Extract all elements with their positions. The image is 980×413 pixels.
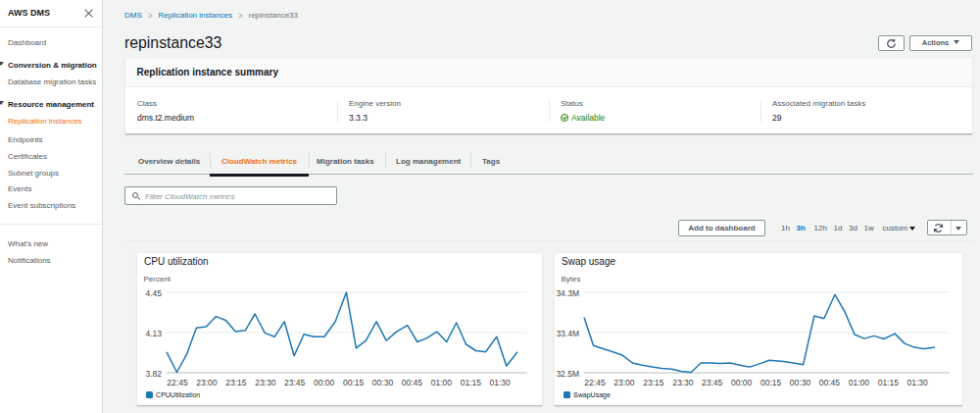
svg-text:00:00: 00:00 (314, 377, 335, 387)
svg-text:00:30: 00:30 (790, 377, 811, 387)
svg-text:00:15: 00:15 (760, 377, 782, 387)
svg-text:01:15: 01:15 (461, 377, 482, 387)
svg-text:34.3M: 34.3M (556, 288, 579, 298)
svg-text:32.5M: 32.5M (556, 369, 579, 379)
svg-text:00:00: 00:00 (731, 377, 753, 387)
svg-text:4.13: 4.13 (145, 329, 162, 338)
svg-text:23:30: 23:30 (255, 377, 276, 387)
svg-text:23:00: 23:00 (196, 377, 218, 387)
svg-text:23:00: 23:00 (613, 377, 635, 387)
svg-text:33.4M: 33.4M (556, 329, 579, 338)
svg-text:01:30: 01:30 (490, 377, 512, 387)
svg-text:23:15: 23:15 (225, 377, 247, 387)
svg-text:22:45: 22:45 (584, 377, 606, 387)
svg-text:23:15: 23:15 (643, 377, 664, 387)
svg-text:23:45: 23:45 (284, 377, 306, 387)
svg-text:22:45: 22:45 (167, 377, 188, 387)
svg-text:00:30: 00:30 (372, 377, 394, 387)
svg-text:23:30: 23:30 (672, 377, 694, 387)
svg-text:00:45: 00:45 (402, 377, 423, 387)
svg-text:01:00: 01:00 (431, 377, 453, 387)
svg-text:01:00: 01:00 (849, 377, 870, 387)
svg-text:00:15: 00:15 (343, 377, 365, 387)
svg-text:01:30: 01:30 (907, 377, 929, 387)
svg-text:01:15: 01:15 (878, 377, 900, 387)
svg-text:23:45: 23:45 (702, 377, 723, 387)
svg-text:3.82: 3.82 (145, 369, 162, 379)
svg-text:4.45: 4.45 (145, 288, 162, 298)
svg-text:00:45: 00:45 (819, 377, 841, 387)
